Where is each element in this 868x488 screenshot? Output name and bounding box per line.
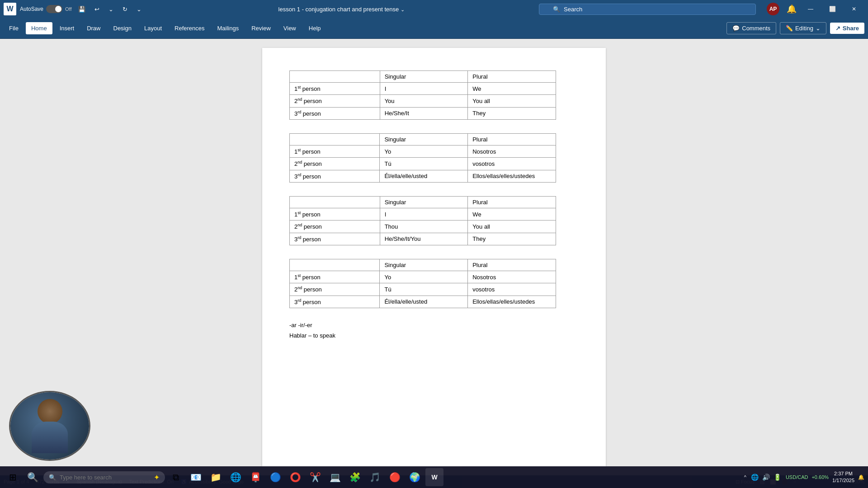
table-row: 3rd person He/She/It/You They xyxy=(290,233,556,245)
toggle-knob xyxy=(55,6,61,12)
more-button[interactable]: ⌄ xyxy=(134,4,144,14)
edge-taskbar-icon: 🌐 xyxy=(230,472,241,483)
circle-taskbar-icon: ⭕ xyxy=(290,472,301,483)
conjugation-table-2: Singular Plural 1st person Yo Nosotros 2… xyxy=(289,133,556,183)
taskbar-app-edge[interactable]: 🌐 xyxy=(226,468,245,486)
taskbar-app-puzzle[interactable]: 🧩 xyxy=(346,468,364,486)
search-placeholder: Search xyxy=(564,6,582,13)
minimize-button[interactable]: — xyxy=(800,2,821,16)
email-taskbar-icon: 📧 xyxy=(190,472,202,483)
volume-tray-icon[interactable]: 🔊 xyxy=(761,473,771,482)
table-3-container: Singular Plural 1st person I We 2nd pers… xyxy=(289,196,579,245)
tab-review[interactable]: Review xyxy=(246,22,276,34)
autosave-toggle[interactable] xyxy=(46,5,62,13)
windows-icon: ⊞ xyxy=(9,472,17,483)
tab-layout[interactable]: Layout xyxy=(139,22,167,34)
show-hidden-icons[interactable]: ^ xyxy=(744,474,746,480)
task-view-button[interactable]: ⧉ xyxy=(167,468,185,486)
hablar-line: Hablar – to speak xyxy=(289,332,579,339)
folder-taskbar-icon: 📁 xyxy=(210,472,222,483)
user-avatar[interactable]: AP xyxy=(767,3,779,15)
table-row: 3rd person He/She/It They xyxy=(290,107,556,119)
date-display: 1/17/2025 xyxy=(832,477,854,484)
verb-endings-line: -ar -ir/-er xyxy=(289,322,579,328)
conjugation-table-3: Singular Plural 1st person I We 2nd pers… xyxy=(289,196,556,245)
table-row: 1st person I We xyxy=(290,208,556,220)
search-icon: 🔍 xyxy=(553,6,560,13)
taskbar-app-scissors[interactable]: ✂️ xyxy=(306,468,324,486)
tab-help[interactable]: Help xyxy=(303,22,326,34)
taskbar-app-chrome[interactable]: 🔵 xyxy=(266,468,284,486)
save-button[interactable]: 💾 xyxy=(75,4,88,14)
network-tray-icon[interactable]: 🌐 xyxy=(750,473,760,482)
undo-button[interactable]: ↩ xyxy=(92,4,102,14)
table-2-container: Singular Plural 1st person Yo Nosotros 2… xyxy=(289,133,579,183)
taskbar-app-word[interactable]: W xyxy=(425,468,443,486)
undo-dropdown[interactable]: ⌄ xyxy=(106,4,116,14)
search-box[interactable]: 🔍 Search xyxy=(539,4,756,15)
maximize-button[interactable]: ⬜ xyxy=(822,2,843,16)
taskbar-app-folder[interactable]: 📁 xyxy=(207,468,225,486)
autosave-label: AutoSave xyxy=(20,6,43,12)
redo-button[interactable]: ↻ xyxy=(120,4,130,14)
share-icon: ↗ xyxy=(835,25,840,32)
scissors-taskbar-icon: ✂️ xyxy=(310,472,321,483)
comments-button[interactable]: 💬 Comments xyxy=(726,22,776,34)
start-button[interactable]: ⊞ xyxy=(4,468,22,486)
tab-home[interactable]: Home xyxy=(26,22,52,34)
taskbar-search-input[interactable] xyxy=(60,474,150,481)
taskbar-app-chrome2[interactable]: 🔴 xyxy=(386,468,404,486)
document-title: lesson 1 - conjugation chart and present… xyxy=(148,6,535,13)
word-logo-icon: W xyxy=(4,3,16,15)
chrome-taskbar-icon: 🔵 xyxy=(270,472,281,483)
table-1-container: Singular Plural 1st person I We 2nd pers… xyxy=(289,70,579,120)
time-display: 2:37 PM xyxy=(832,470,854,477)
tab-view[interactable]: View xyxy=(278,22,302,34)
taskbar-app-circle[interactable]: ⭕ xyxy=(286,468,304,486)
editing-button[interactable]: ✏️ Editing ⌄ xyxy=(780,22,826,34)
ribbon: File Home Insert Draw Design Layout Refe… xyxy=(0,18,868,39)
spotify-taskbar-icon: 🎵 xyxy=(369,472,381,483)
currency-indicator: USD/CAD +0.60% xyxy=(786,474,829,480)
share-button[interactable]: ↗ Share xyxy=(830,23,864,34)
battery-tray-icon[interactable]: 🔋 xyxy=(773,473,782,482)
table-4-container: Singular Plural 1st person Yo Nosotros 2… xyxy=(289,259,579,308)
sparkle-icon: ✦ xyxy=(154,473,160,482)
tab-file[interactable]: File xyxy=(4,22,24,34)
search-taskbar-button[interactable]: 🔍 xyxy=(24,468,42,486)
tab-references[interactable]: References xyxy=(169,22,210,34)
document-page[interactable]: Singular Plural 1st person I We 2nd pers… xyxy=(262,48,606,466)
table-row: 2nd person Tú vosotros xyxy=(290,283,556,296)
editing-dropdown-icon: ⌄ xyxy=(816,25,821,32)
tab-design[interactable]: Design xyxy=(108,22,137,34)
notification-center-icon[interactable]: 🔔 xyxy=(858,474,864,480)
tab-insert[interactable]: Insert xyxy=(54,22,80,34)
webcam-overlay xyxy=(9,391,90,461)
taskbar-app-spotify[interactable]: 🎵 xyxy=(366,468,384,486)
notifications-icon[interactable]: 🔔 xyxy=(787,4,797,14)
ribbon-right-actions: 💬 Comments ✏️ Editing ⌄ ↗ Share xyxy=(726,22,864,34)
table-row: 1st person Yo Nosotros xyxy=(290,271,556,283)
taskbar-search-container[interactable]: 🔍 ✦ xyxy=(43,471,165,483)
toggle-state-label: Off xyxy=(65,6,71,12)
close-button[interactable]: ✕ xyxy=(844,2,864,16)
taskbar-app-email[interactable]: 📧 xyxy=(187,468,205,486)
chrome2-taskbar-icon: 🔴 xyxy=(389,472,401,483)
taskbar-search-icon: 🔍 xyxy=(27,472,38,483)
table-row: 1st person I We xyxy=(290,83,556,95)
webcam-video xyxy=(10,392,89,460)
table-row: 2nd person Thou You all xyxy=(290,221,556,233)
tab-mailings[interactable]: Mailings xyxy=(212,22,245,34)
taskbar-app-outlook[interactable]: 📮 xyxy=(246,468,264,486)
taskbar-app-browser[interactable]: 🌍 xyxy=(406,468,424,486)
table-row: 2nd person You You all xyxy=(290,95,556,107)
table-row: Singular Plural xyxy=(290,133,556,145)
taskbar-app-code[interactable]: 💻 xyxy=(326,468,344,486)
tab-draw[interactable]: Draw xyxy=(81,22,106,34)
document-scroll-area[interactable]: Singular Plural 1st person I We 2nd pers… xyxy=(0,39,868,475)
conjugation-table-4: Singular Plural 1st person Yo Nosotros 2… xyxy=(289,259,556,308)
clock-area[interactable]: 2:37 PM 1/17/2025 xyxy=(832,470,854,484)
autosave-area: AutoSave Off xyxy=(20,5,72,13)
task-view-icon: ⧉ xyxy=(173,472,179,483)
table-row: 3rd person Él/ella/elle/usted Ellos/ella… xyxy=(290,170,556,182)
